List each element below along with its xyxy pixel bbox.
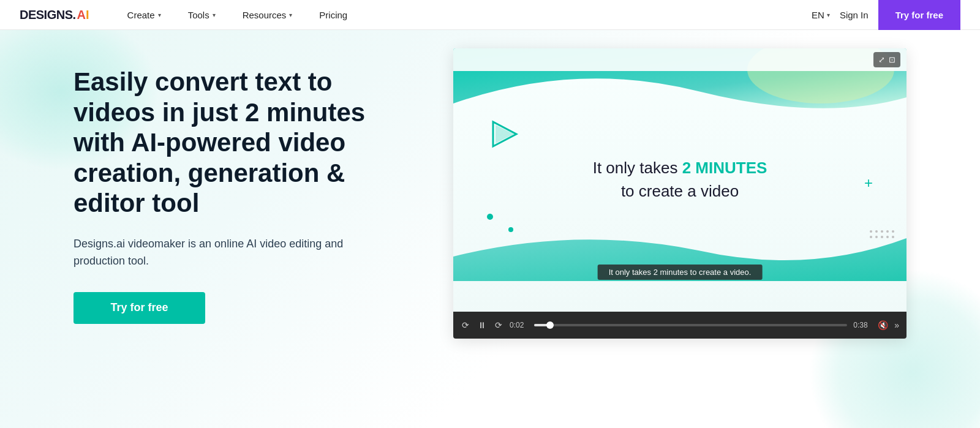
chevron-down-icon: ▾ xyxy=(827,12,830,18)
time-total: 0:38 xyxy=(853,321,872,329)
expand-icon[interactable]: ⤢ ⊡ xyxy=(873,52,900,67)
hero-subtext: Designs.ai videomaker is an online AI vi… xyxy=(74,236,368,270)
logo[interactable]: DESIGNS. AI xyxy=(20,8,89,22)
plus-decoration: + xyxy=(864,175,873,192)
video-text: It only takes 2 MINUTES to create a vide… xyxy=(593,157,767,203)
rewind-button[interactable]: ⟳ xyxy=(461,319,470,331)
pause-button[interactable]: ⏸ xyxy=(477,319,488,331)
dots-decoration xyxy=(870,230,894,238)
nav-resources[interactable]: Resources ▾ xyxy=(229,0,306,30)
navigation: DESIGNS. AI Create ▾ Tools ▾ Resources ▾… xyxy=(0,0,980,30)
nav-pricing[interactable]: Pricing xyxy=(306,0,361,30)
video-controls: ⟳ ⏸ ⟳ 0:02 0:38 🔇 » xyxy=(453,312,907,339)
small-circle-1 xyxy=(487,214,493,220)
hero-right: ⤢ ⊡ xyxy=(404,30,980,428)
logo-text: DESIGNS. xyxy=(20,8,76,22)
nav-links: Create ▾ Tools ▾ Resources ▾ Pricing xyxy=(114,0,812,30)
hero-left: Easily convert text to videos in just 2 … xyxy=(0,30,404,428)
try-free-nav-button[interactable]: Try for free xyxy=(878,0,960,30)
nav-tools[interactable]: Tools ▾ xyxy=(175,0,229,30)
video-toolbar: ⤢ ⊡ xyxy=(453,48,907,71)
small-circle-2 xyxy=(508,227,513,232)
video-preview: + xyxy=(453,48,907,312)
hero-heading: Easily convert text to videos in just 2 … xyxy=(74,67,368,219)
nav-create[interactable]: Create ▾ xyxy=(114,0,175,30)
nav-right: EN ▾ Sign In Try for free xyxy=(812,0,960,30)
time-current: 0:02 xyxy=(510,321,528,329)
progress-thumb xyxy=(546,321,554,329)
chevron-down-icon: ▾ xyxy=(158,12,161,18)
volume-button[interactable]: 🔇 xyxy=(878,320,888,330)
language-selector[interactable]: EN ▾ xyxy=(812,10,830,20)
logo-ai: AI xyxy=(77,8,89,22)
chevron-down-icon: ▾ xyxy=(213,12,216,18)
video-subtitle: It only takes 2 minutes to create a vide… xyxy=(598,265,763,280)
progress-bar[interactable] xyxy=(534,324,847,326)
forward-button[interactable]: ⟳ xyxy=(494,319,503,331)
speed-button[interactable]: » xyxy=(894,320,899,330)
signin-link[interactable]: Sign In xyxy=(840,10,869,20)
triangle-decoration xyxy=(487,119,521,155)
try-free-hero-button[interactable]: Try for free xyxy=(74,292,205,324)
video-player: ⤢ ⊡ xyxy=(453,48,907,339)
chevron-down-icon: ▾ xyxy=(289,12,292,18)
hero-section: Easily convert text to videos in just 2 … xyxy=(0,30,980,428)
